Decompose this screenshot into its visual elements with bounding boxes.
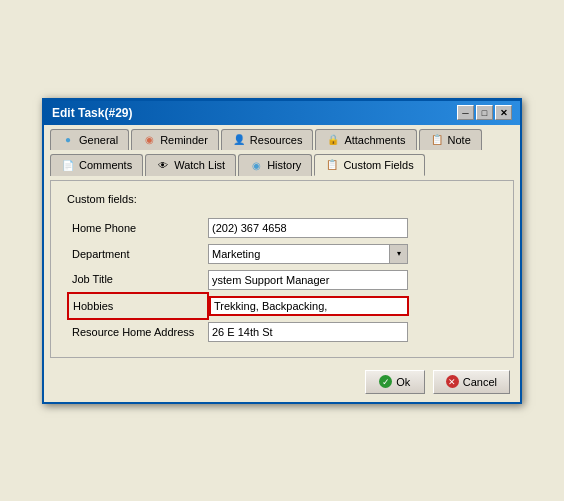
hobbies-label: Hobbies xyxy=(68,293,208,319)
home-phone-value-cell xyxy=(208,215,496,241)
tab-note[interactable]: Note xyxy=(419,129,482,150)
watchlist-icon xyxy=(156,158,170,172)
department-select-wrapper: Marketing Sales Engineering HR ▾ xyxy=(208,244,408,264)
department-value-cell: Marketing Sales Engineering HR ▾ xyxy=(208,241,496,267)
resources-icon xyxy=(232,133,246,147)
table-row: Job Title xyxy=(68,267,496,293)
tab-history[interactable]: History xyxy=(238,154,312,176)
table-row: Home Phone xyxy=(68,215,496,241)
fields-table: Home Phone Department Marketing Sales En… xyxy=(67,215,497,345)
department-label: Department xyxy=(68,241,208,267)
tab-resources-label: Resources xyxy=(250,134,303,146)
reminder-icon xyxy=(142,133,156,147)
minimize-button[interactable]: ─ xyxy=(457,105,474,120)
customfields-icon xyxy=(325,158,339,172)
bottom-bar: ✓ Ok ✕ Cancel xyxy=(44,364,520,402)
job-title-value-cell xyxy=(208,267,496,293)
job-title-label: Job Title xyxy=(68,267,208,293)
tab-customfields[interactable]: Custom Fields xyxy=(314,154,424,176)
ok-icon: ✓ xyxy=(379,375,392,388)
cancel-button[interactable]: ✕ Cancel xyxy=(433,370,510,394)
ok-label: Ok xyxy=(396,376,410,388)
tab-watchlist-label: Watch List xyxy=(174,159,225,171)
tab-watchlist[interactable]: Watch List xyxy=(145,154,236,176)
table-row: Department Marketing Sales Engineering H… xyxy=(68,241,496,267)
cancel-label: Cancel xyxy=(463,376,497,388)
maximize-button[interactable]: □ xyxy=(476,105,493,120)
comments-icon xyxy=(61,158,75,172)
home-phone-label: Home Phone xyxy=(68,215,208,241)
table-row: Hobbies xyxy=(68,293,496,319)
table-row: Resource Home Address xyxy=(68,319,496,345)
note-icon xyxy=(430,133,444,147)
resource-home-address-input[interactable] xyxy=(208,322,408,342)
resource-home-address-label: Resource Home Address xyxy=(68,319,208,345)
tabs-row-2: Comments Watch List History Custom Field… xyxy=(44,150,520,176)
tab-comments[interactable]: Comments xyxy=(50,154,143,176)
close-button[interactable]: ✕ xyxy=(495,105,512,120)
hobbies-value-cell xyxy=(208,293,496,319)
department-select[interactable]: Marketing Sales Engineering HR xyxy=(209,245,407,263)
tab-comments-label: Comments xyxy=(79,159,132,171)
tab-attachments[interactable]: Attachments xyxy=(315,129,416,150)
ok-button[interactable]: ✓ Ok xyxy=(365,370,425,394)
tab-note-label: Note xyxy=(448,134,471,146)
tab-general-label: General xyxy=(79,134,118,146)
tab-attachments-label: Attachments xyxy=(344,134,405,146)
tab-reminder[interactable]: Reminder xyxy=(131,129,219,150)
job-title-input[interactable] xyxy=(208,270,408,290)
general-icon xyxy=(61,133,75,147)
tab-resources[interactable]: Resources xyxy=(221,129,314,150)
content-area: Custom fields: Home Phone Department Mar… xyxy=(50,180,514,358)
resource-home-address-value-cell xyxy=(208,319,496,345)
cancel-icon: ✕ xyxy=(446,375,459,388)
tabs-row-1: General Reminder Resources Attachments N… xyxy=(44,125,520,150)
attachments-icon xyxy=(326,133,340,147)
tab-general[interactable]: General xyxy=(50,129,129,150)
tab-history-label: History xyxy=(267,159,301,171)
main-window: Edit Task(#29) ─ □ ✕ General Reminder Re… xyxy=(42,98,522,404)
window-title: Edit Task(#29) xyxy=(52,106,132,120)
tab-reminder-label: Reminder xyxy=(160,134,208,146)
hobbies-input[interactable] xyxy=(209,296,409,316)
title-bar: Edit Task(#29) ─ □ ✕ xyxy=(44,101,520,125)
history-icon xyxy=(249,158,263,172)
home-phone-input[interactable] xyxy=(208,218,408,238)
tab-customfields-label: Custom Fields xyxy=(343,159,413,171)
title-controls: ─ □ ✕ xyxy=(457,105,512,120)
section-label: Custom fields: xyxy=(67,193,497,205)
